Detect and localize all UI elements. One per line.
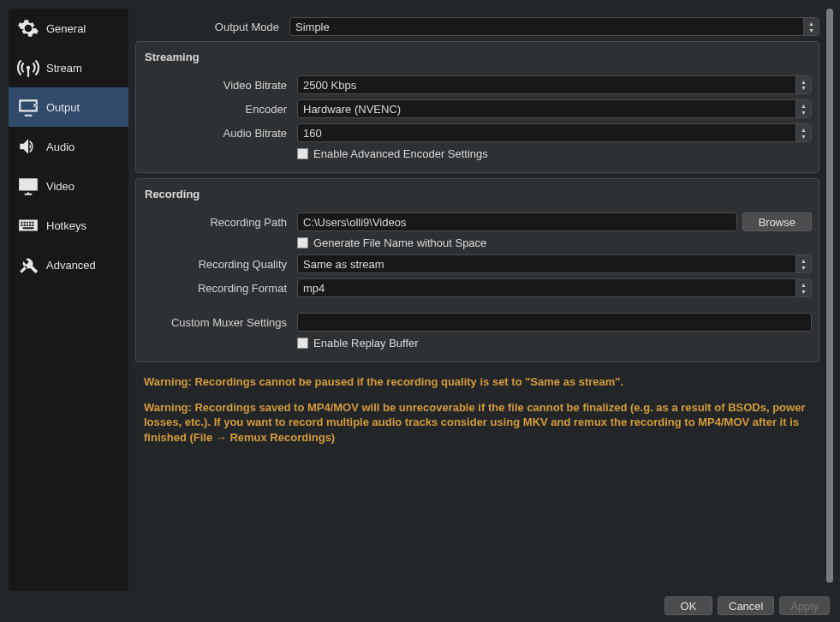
filename-nospace-label: Generate File Name without Space	[313, 236, 486, 249]
chevron-updown-icon: ▲▼	[795, 76, 811, 93]
chevron-updown-icon: ▲▼	[795, 124, 811, 141]
antenna-icon	[15, 55, 41, 81]
replay-buffer-label: Enable Replay Buffer	[313, 337, 419, 350]
select-value: Simple	[295, 21, 330, 33]
spinner-value: 2500 Kbps	[303, 79, 356, 92]
dialog-footer: OK Cancel Apply	[0, 591, 840, 622]
input-value: C:\Users\olli9\Videos	[303, 216, 406, 229]
audio-bitrate-select[interactable]: 160 ▲▼	[297, 123, 812, 142]
output-mode-label: Output Mode	[135, 21, 289, 33]
recording-path-input[interactable]: C:\Users\olli9\Videos	[297, 212, 737, 231]
warning-pause: Warning: Recordings cannot be paused if …	[144, 374, 811, 390]
advanced-encoder-checkbox[interactable]	[297, 148, 308, 159]
browse-button[interactable]: Browse	[742, 212, 812, 231]
recording-format-select[interactable]: mp4 ▲▼	[297, 278, 812, 297]
warning-mp4: Warning: Recordings saved to MP4/MOV wil…	[144, 400, 811, 446]
output-mode-select[interactable]: Simple ▲▼	[289, 17, 819, 36]
select-value: Hardware (NVENC)	[303, 103, 401, 116]
encoder-select[interactable]: Hardware (NVENC) ▲▼	[297, 99, 812, 118]
content-scrollbar[interactable]	[826, 9, 833, 583]
recording-quality-label: Recording Quality	[143, 258, 297, 271]
encoder-label: Encoder	[143, 103, 297, 116]
muxer-settings-input[interactable]	[297, 313, 812, 332]
sidebar-label: Hotkeys	[46, 219, 86, 232]
chevron-updown-icon: ▲▼	[795, 255, 811, 272]
chevron-updown-icon: ▲▼	[795, 100, 811, 117]
video-bitrate-label: Video Bitrate	[143, 79, 297, 92]
gear-icon	[15, 15, 41, 41]
sidebar-item-video[interactable]: Video	[9, 166, 128, 206]
monitor-icon	[15, 173, 41, 199]
settings-content: Output Mode Simple ▲▼ Streaming Video Bi…	[130, 9, 825, 591]
warnings-block: Warning: Recordings cannot be paused if …	[135, 362, 819, 445]
sidebar-label: Video	[46, 180, 74, 193]
settings-sidebar: General Stream Output Audio Video	[9, 9, 128, 591]
streaming-group: Streaming Video Bitrate 2500 Kbps ▲▼ Enc…	[135, 41, 819, 173]
recording-path-label: Recording Path	[143, 216, 297, 229]
audio-bitrate-label: Audio Bitrate	[143, 127, 297, 140]
sidebar-item-stream[interactable]: Stream	[9, 48, 128, 87]
sidebar-label: Advanced	[46, 259, 96, 272]
select-value: mp4	[303, 282, 325, 295]
sidebar-item-output[interactable]: Output	[9, 87, 128, 127]
ok-button[interactable]: OK	[664, 596, 712, 615]
streaming-title: Streaming	[143, 49, 812, 67]
select-value: Same as stream	[303, 258, 384, 271]
tools-icon	[15, 252, 41, 278]
video-bitrate-spinner[interactable]: 2500 Kbps ▲▼	[297, 75, 812, 94]
sidebar-item-audio[interactable]: Audio	[9, 127, 128, 166]
advanced-encoder-label: Enable Advanced Encoder Settings	[313, 147, 488, 160]
muxer-settings-label: Custom Muxer Settings	[143, 316, 297, 329]
sidebar-item-hotkeys[interactable]: Hotkeys	[9, 206, 128, 245]
sidebar-label: Stream	[46, 62, 82, 75]
apply-button[interactable]: Apply	[779, 596, 830, 615]
speaker-icon	[15, 134, 41, 159]
monitor-output-icon	[15, 94, 41, 120]
cancel-button[interactable]: Cancel	[718, 596, 774, 615]
sidebar-label: Output	[46, 101, 80, 114]
recording-group: Recording Recording Path C:\Users\olli9\…	[135, 178, 819, 362]
sidebar-item-general[interactable]: General	[9, 9, 128, 48]
chevron-updown-icon: ▲▼	[803, 18, 819, 35]
sidebar-label: General	[46, 22, 86, 35]
select-value: 160	[303, 127, 322, 140]
replay-buffer-checkbox[interactable]	[297, 338, 308, 349]
recording-title: Recording	[143, 186, 812, 204]
recording-format-label: Recording Format	[143, 282, 297, 295]
recording-quality-select[interactable]: Same as stream ▲▼	[297, 254, 812, 273]
filename-nospace-checkbox[interactable]	[297, 237, 308, 248]
sidebar-label: Audio	[46, 141, 74, 153]
scrollbar-thumb[interactable]	[826, 9, 833, 583]
sidebar-item-advanced[interactable]: Advanced	[9, 245, 128, 284]
keyboard-icon	[15, 212, 41, 238]
chevron-updown-icon: ▲▼	[795, 279, 811, 296]
